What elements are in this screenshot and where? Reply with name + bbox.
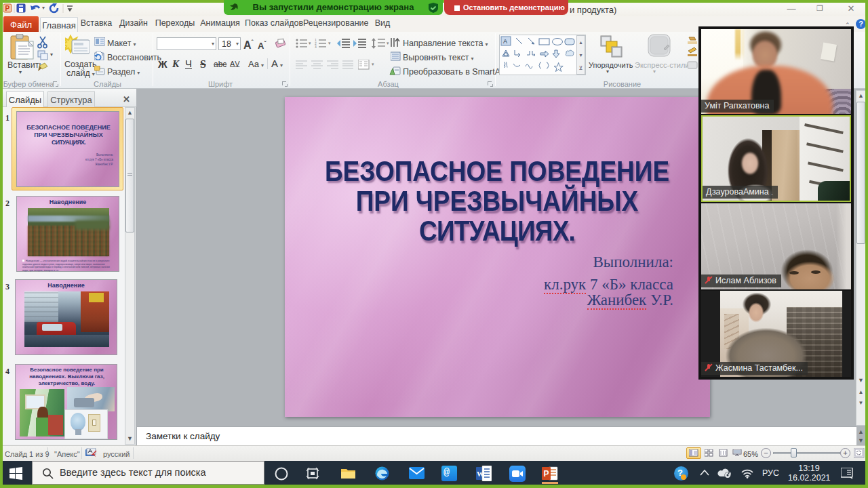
svg-text:P: P: [5, 5, 10, 12]
svg-text:P: P: [544, 469, 549, 479]
svg-text:A: A: [503, 38, 507, 45]
svg-text:3: 3: [315, 45, 317, 48]
svg-text:▾: ▾: [42, 5, 45, 11]
svg-text:W: W: [477, 470, 484, 478]
